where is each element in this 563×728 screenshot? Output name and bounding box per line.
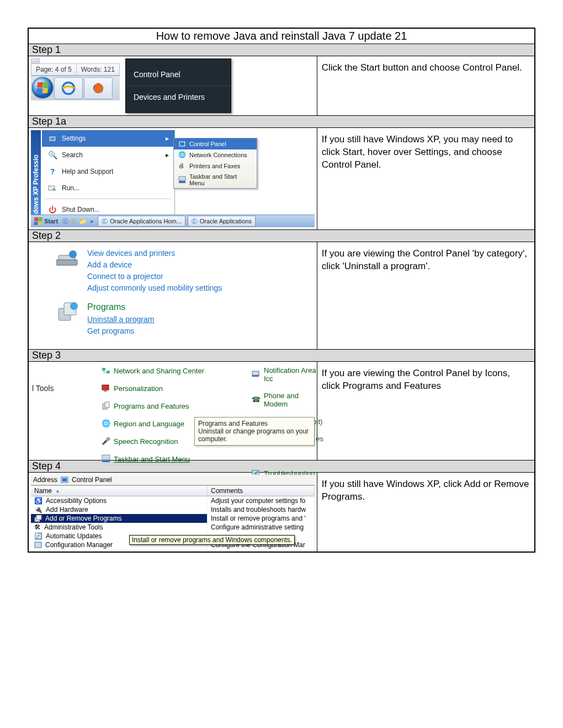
step3-instruction: If you are viewing the Control Panel by … <box>317 362 535 461</box>
word-status-bar: Page: 4 of 5 Words: 121 <box>31 63 120 76</box>
link-mobility[interactable]: Adjust commonly used mobility settings <box>87 282 222 294</box>
xp-settings-submenu: Control Panel 🌐Network Connections 🖨Prin… <box>173 138 257 189</box>
svg-rect-8 <box>179 176 185 180</box>
row-accessibility[interactable]: ♿Accessibility Options <box>31 496 208 505</box>
start-button[interactable] <box>32 77 53 98</box>
link-get-programs[interactable]: Get programs <box>87 325 154 337</box>
xp-start-button[interactable]: Start <box>31 215 61 227</box>
add-remove-tooltip: Install or remove programs and Windows c… <box>129 535 295 545</box>
xp-sub-network[interactable]: 🌐Network Connections <box>174 149 257 160</box>
svg-rect-6 <box>180 142 184 146</box>
step1a-header: Step 1a <box>28 116 535 128</box>
svg-rect-7 <box>179 181 185 183</box>
svg-rect-21 <box>102 460 110 462</box>
xp-sub-control-panel[interactable]: Control Panel <box>174 138 257 149</box>
step2-screenshot: View devices and printers Add a device C… <box>28 242 317 350</box>
row-add-remove-programs[interactable]: Add or Remove Programs <box>31 514 208 523</box>
step1a-screenshot: Windows XP Professio Settings▸ 🔍Search▸ … <box>28 128 317 230</box>
page-title: How to remove Java and reinstall Java 7 … <box>28 28 535 44</box>
cp-sidebar-label: l Tools <box>32 384 54 393</box>
step1a-instruction: If you still have Windows XP, you may ne… <box>317 128 535 230</box>
cp-programs-features[interactable]: Programs and Features <box>102 402 234 410</box>
svg-rect-20 <box>105 402 109 408</box>
menu-control-panel[interactable]: Control Panel <box>126 63 231 86</box>
cp-network-sharing[interactable]: Network and Sharing Center <box>102 366 234 375</box>
devices-icon <box>34 248 79 270</box>
svg-rect-27 <box>62 478 67 481</box>
cp-phone-modem[interactable]: ☎Phone and Modem <box>252 392 323 408</box>
cp-taskbar[interactable]: Taskbar and Start Menu <box>102 454 234 463</box>
programs-icon <box>34 301 79 323</box>
xp-menu-search[interactable]: 🔍Search▸ <box>42 147 174 163</box>
address-value: Control Panel <box>72 476 112 484</box>
xp-side-label: Windows XP Professio <box>31 130 41 227</box>
link-projector[interactable]: Connect to a projector <box>87 271 222 282</box>
instruction-table: How to remove Java and reinstall Java 7 … <box>28 28 535 553</box>
svg-rect-17 <box>102 385 109 390</box>
xp-address-bar: Address Control Panel <box>31 475 315 485</box>
xp-taskbar: Start Ⓒ Ⓔ 📁 » ⒺOracle Applications Hom..… <box>31 215 315 227</box>
xp-menu-run[interactable]: Run... <box>42 180 174 196</box>
step1-screenshot: Page: 4 of 5 Words: 121 <box>28 56 317 116</box>
svg-rect-30 <box>35 542 41 548</box>
row-admin-tools[interactable]: 🛠Administrative Tools <box>31 523 208 532</box>
svg-point-11 <box>69 250 77 258</box>
win7-taskbar <box>31 76 120 100</box>
xp-taskbar-app1[interactable]: ⒺOracle Applications Hom... <box>98 216 185 227</box>
svg-rect-24 <box>252 375 259 377</box>
ie-icon <box>61 81 76 96</box>
xp-sub-printers[interactable]: 🖨Printers and Faxes <box>174 160 257 172</box>
svg-rect-18 <box>104 390 107 392</box>
menu-devices-printers[interactable]: Devices and Printers <box>126 86 231 108</box>
xp-menu-settings[interactable]: Settings▸ <box>42 130 174 147</box>
link-uninstall-program[interactable]: Uninstall a program <box>87 314 154 325</box>
step1-instruction: Click the Start button and choose Contro… <box>317 56 535 116</box>
step2-header: Step 2 <box>28 230 535 242</box>
control-panel-icon <box>61 476 68 484</box>
step3-screenshot: l Tools Network and Sharing Center Perso… <box>28 362 317 461</box>
step3-header: Step 3 <box>28 350 535 362</box>
row-add-hardware[interactable]: 🔌Add Hardware <box>31 505 208 514</box>
xp-sub-taskbar[interactable]: Taskbar and Start Menu <box>174 172 257 188</box>
col-comments[interactable]: Comments <box>208 486 315 496</box>
taskbar-app-firefox[interactable] <box>84 77 113 99</box>
step4-screenshot: Address Control Panel Name▲ Comments ♿Ac… <box>28 473 317 553</box>
col-name[interactable]: Name▲ <box>31 486 208 496</box>
cp-personalization[interactable]: Personalization <box>102 384 234 393</box>
page-indicator: Page: 4 of 5 <box>31 64 77 75</box>
svg-rect-3 <box>50 137 55 140</box>
svg-rect-10 <box>56 260 77 265</box>
step2-instruction: If you are viewing the Control Panel 'by… <box>317 242 535 350</box>
taskbar-app-ie[interactable] <box>54 77 83 99</box>
programs-heading[interactable]: Programs <box>87 301 154 314</box>
link-add-device[interactable]: Add a device <box>87 259 222 271</box>
cp-notification-icons[interactable]: Notification Area Icc <box>252 366 323 383</box>
svg-rect-22 <box>102 455 110 459</box>
xp-taskbar-app2[interactable]: ⒺOracle Applications <box>188 216 256 227</box>
address-label: Address <box>33 476 57 484</box>
svg-point-14 <box>70 302 78 310</box>
programs-features-tooltip: Programs and Features Uninstall or chang… <box>194 417 315 446</box>
link-view-devices[interactable]: View devices and printers <box>87 248 222 259</box>
start-menu-right-pane: Control Panel Devices and Printers <box>125 58 231 113</box>
xp-start-menu: Settings▸ 🔍Search▸ ?Help and Support Run… <box>42 130 175 218</box>
xp-menu-help[interactable]: ?Help and Support <box>42 163 174 180</box>
firefox-icon <box>92 82 105 95</box>
step1-header: Step 1 <box>28 44 535 56</box>
step4-instruction: If you still have Windows XP, click Add … <box>317 473 535 553</box>
svg-rect-15 <box>102 368 105 371</box>
svg-rect-29 <box>36 515 41 520</box>
word-count: Words: 121 <box>77 64 119 75</box>
